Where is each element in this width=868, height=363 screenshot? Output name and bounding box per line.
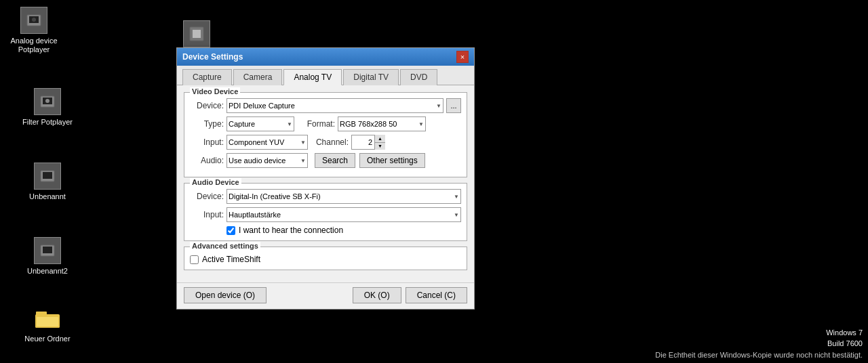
channel-spinbox-btns: ▲ ▼: [374, 135, 385, 150]
input-label: Input:: [190, 137, 224, 147]
input-col: Input: Component YUV: [190, 135, 308, 150]
type-col: Type: Capture: [190, 116, 294, 131]
audio-select[interactable]: Use audio device: [226, 153, 308, 168]
tab-dvd[interactable]: DVD: [400, 69, 437, 85]
device-label: Device:: [190, 101, 224, 110]
channel-spin-down[interactable]: ▼: [375, 143, 385, 150]
other-settings-button[interactable]: Other settings: [359, 153, 425, 168]
device-row: Device: PDI Deluxe Capture ...: [190, 98, 461, 113]
audio-device-select[interactable]: Digital-In (Creative SB X-Fi): [226, 189, 461, 204]
device-browse-button[interactable]: ...: [446, 98, 461, 113]
channel-spin-up[interactable]: ▲: [375, 135, 385, 143]
channel-spinbox: ▲ ▼: [351, 135, 385, 150]
dialog-titlebar: Device Settings ×: [177, 48, 474, 66]
channel-col: Channel: ▲ ▼: [315, 135, 385, 150]
dialog-title: Device Settings: [182, 52, 243, 62]
device-select-wrapper: PDI Deluxe Capture: [226, 98, 443, 113]
type-select[interactable]: Capture: [226, 116, 294, 131]
hear-connection-label: I want to hear the connection: [239, 226, 343, 235]
tab-camera[interactable]: Camera: [233, 69, 283, 85]
footer-left: Open device (O): [184, 287, 267, 303]
audio-device-label: Device:: [190, 192, 224, 201]
advanced-settings-section: Advanced settings Active TimeShift: [184, 247, 467, 270]
tab-digital-tv[interactable]: Digital TV: [343, 69, 399, 85]
type-select-wrapper: Capture: [226, 116, 294, 131]
format-label: Format:: [301, 119, 335, 129]
video-device-section: Video Device Device: PDI Deluxe Capture …: [184, 92, 467, 177]
channel-label: Channel:: [315, 137, 349, 147]
device-select[interactable]: PDI Deluxe Capture: [226, 98, 443, 113]
advanced-settings-label: Advanced settings: [190, 242, 260, 250]
input-select-wrapper: Component YUV: [226, 135, 308, 150]
open-device-button[interactable]: Open device (O): [184, 287, 267, 303]
desktop: Analog devicePotplayer Unbenannt3 Filter…: [0, 0, 868, 363]
hear-connection-row: I want to hear the connection: [190, 226, 461, 235]
dialog-overlay: Device Settings × Capture Camera Analog …: [0, 0, 868, 363]
active-timeshift-checkbox[interactable]: [190, 255, 199, 264]
type-label: Type:: [190, 119, 224, 129]
video-device-section-label: Video Device: [190, 87, 240, 95]
format-select-wrapper: RGB 768x288 50: [338, 116, 426, 131]
audio-device-section: Audio Device Device: Digital-In (Creativ…: [184, 183, 467, 241]
audio-device-section-label: Audio Device: [190, 178, 241, 186]
device-settings-dialog: Device Settings × Capture Camera Analog …: [176, 47, 475, 309]
audio-search-row: Audio: Use audio device Search Other set…: [190, 153, 461, 168]
hear-connection-checkbox[interactable]: [226, 226, 235, 235]
active-timeshift-label: Active TimeShift: [202, 255, 260, 264]
audio-input-select-wrapper: Hauptlautstärke: [226, 207, 461, 222]
tab-capture[interactable]: Capture: [182, 69, 232, 85]
search-button[interactable]: Search: [315, 153, 355, 168]
cancel-button[interactable]: Cancel (C): [406, 287, 467, 303]
tab-analog-tv[interactable]: Analog TV: [283, 69, 342, 85]
audio-input-label: Input:: [190, 210, 224, 219]
active-timeshift-row: Active TimeShift: [190, 255, 461, 264]
audio-select-wrapper: Use audio device: [226, 153, 308, 168]
input-select[interactable]: Component YUV: [226, 135, 308, 150]
dialog-close-button[interactable]: ×: [456, 51, 469, 63]
input-channel-row: Input: Component YUV Channel:: [190, 135, 461, 150]
ok-button[interactable]: OK (O): [353, 287, 401, 303]
dialog-tabs: Capture Camera Analog TV Digital TV DVD: [177, 66, 474, 85]
dialog-footer: Open device (O) OK (O) Cancel (C): [177, 282, 474, 309]
type-format-row: Type: Capture Format: RGB 76: [190, 116, 461, 131]
audio-col: Audio: Use audio device: [190, 153, 308, 168]
search-other-col: Search Other settings: [315, 153, 425, 168]
audio-input-row: Input: Hauptlautstärke: [190, 207, 461, 222]
audio-label: Audio:: [190, 156, 224, 165]
footer-right: OK (O) Cancel (C): [353, 287, 467, 303]
format-select[interactable]: RGB 768x288 50: [338, 116, 426, 131]
audio-input-select[interactable]: Hauptlautstärke: [226, 207, 461, 222]
audio-device-row: Device: Digital-In (Creative SB X-Fi): [190, 189, 461, 204]
dialog-body: Video Device Device: PDI Deluxe Capture …: [177, 85, 474, 282]
audio-device-select-wrapper: Digital-In (Creative SB X-Fi): [226, 189, 461, 204]
format-col: Format: RGB 768x288 50: [301, 116, 426, 131]
